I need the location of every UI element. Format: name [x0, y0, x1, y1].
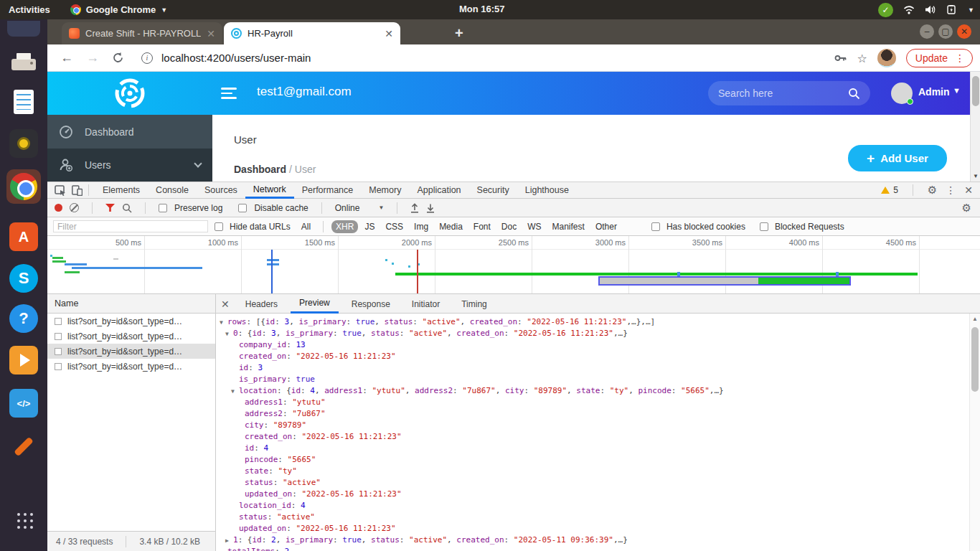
update-button[interactable]: Update ⋮ — [906, 49, 973, 67]
filter-type-img[interactable]: Img — [410, 220, 433, 233]
browser-menu-icon[interactable]: ⋮ — [955, 52, 965, 64]
activities-button[interactable]: Activities — [9, 4, 50, 15]
preview-scrollbar[interactable]: ▲ — [969, 314, 980, 551]
overview-selection-bar[interactable] — [598, 276, 851, 286]
devtools-menu-icon[interactable]: ⋮ — [946, 184, 956, 196]
blocked-requests-checkbox[interactable] — [760, 222, 768, 231]
network-settings-icon[interactable]: ⚙ — [962, 202, 971, 215]
admin-chevron-icon[interactable]: ▼ — [953, 86, 961, 95]
admin-menu[interactable]: Admin — [918, 86, 950, 98]
volume-icon[interactable] — [925, 5, 937, 14]
camera-app-icon[interactable] — [6, 126, 41, 161]
json-line[interactable]: ▼rows: [{id: 3, is_primary: true, status… — [215, 316, 969, 328]
tab-close-icon[interactable]: ✕ — [385, 28, 393, 39]
clear-network-log-icon[interactable] — [70, 203, 79, 212]
filter-icon[interactable] — [105, 204, 115, 212]
text-editor-icon[interactable] — [6, 85, 41, 119]
devtools-tab-elements[interactable]: Elements — [95, 182, 148, 199]
scrollbar-thumb[interactable] — [972, 76, 979, 106]
has-blocked-cookies-checkbox[interactable] — [651, 222, 660, 231]
wifi-icon[interactable] — [903, 5, 915, 14]
devtools-tab-memory[interactable]: Memory — [361, 182, 409, 199]
devtools-tab-sources[interactable]: Sources — [197, 182, 245, 199]
filter-type-css[interactable]: CSS — [381, 220, 407, 233]
filter-type-manifest[interactable]: Manifest — [548, 220, 589, 233]
devtools-settings-icon[interactable]: ⚙ — [928, 184, 937, 197]
scrollbar-thumb[interactable] — [971, 327, 979, 392]
dock-app-partial-icon[interactable] — [6, 19, 41, 38]
browser-profile-avatar[interactable] — [877, 49, 896, 67]
request-row[interactable]: list?sort_by=id&sort_type=d… — [47, 344, 215, 359]
filter-type-js[interactable]: JS — [360, 220, 379, 233]
devtools-tab-console[interactable]: Console — [148, 182, 197, 199]
devtools-tab-performance[interactable]: Performance — [294, 182, 362, 199]
disclosure-open-icon[interactable]: ▼ — [225, 329, 233, 340]
printer-icon[interactable] — [6, 44, 41, 79]
search-icon[interactable] — [848, 88, 860, 100]
page-scrollbar[interactable]: ▼ — [970, 72, 980, 182]
disclosure-open-icon[interactable]: ▼ — [220, 317, 227, 329]
files-app-icon[interactable] — [6, 343, 41, 377]
json-line[interactable]: ▼0: {id: 3, is_primary: true, status: "a… — [215, 328, 969, 339]
search-network-icon[interactable] — [122, 203, 132, 213]
app-menu[interactable]: Google Chrome ▼ — [70, 4, 167, 15]
devtools-tab-security[interactable]: Security — [469, 182, 517, 199]
record-network-log-icon[interactable] — [55, 204, 62, 212]
filter-type-other[interactable]: Other — [591, 220, 621, 233]
pen-app-icon[interactable] — [6, 429, 41, 463]
back-icon[interactable]: ← — [60, 50, 73, 65]
throttling-dropdown[interactable]: Online ▼ — [335, 203, 385, 213]
new-tab-button[interactable]: + — [455, 25, 463, 42]
console-warnings-badge[interactable]: 5 — [881, 185, 898, 195]
window-maximize-button[interactable]: ▢ — [938, 24, 953, 39]
json-line[interactable]: ▶1: {id: 2, is_primary: true, status: "a… — [215, 534, 969, 546]
json-line[interactable]: ▼location: {id: 4, address1: "ytutu", ad… — [215, 385, 969, 397]
filter-type-media[interactable]: Media — [435, 220, 467, 233]
request-row[interactable]: list?sort_by=id&sort_type=d… — [47, 359, 215, 374]
search-input[interactable] — [718, 88, 848, 99]
devtools-close-icon[interactable]: ✕ — [964, 184, 973, 196]
window-close-button[interactable]: ✕ — [957, 24, 971, 39]
menu-toggle-icon[interactable] — [221, 88, 237, 102]
export-har-icon[interactable] — [426, 203, 435, 213]
detail-tab-headers[interactable]: Headers — [237, 295, 286, 314]
add-user-button[interactable]: + Add User — [848, 145, 947, 171]
filter-type-doc[interactable]: Doc — [497, 220, 521, 233]
network-filter-input[interactable] — [53, 220, 208, 232]
forward-icon[interactable]: → — [86, 50, 99, 65]
disable-cache-checkbox[interactable] — [238, 204, 247, 212]
request-row[interactable]: list?sort_by=id&sort_type=d… — [47, 314, 215, 329]
detail-tab-initiator[interactable]: Initiator — [403, 295, 448, 314]
sidebar-item-dashboard[interactable]: Dashboard — [47, 115, 212, 149]
devtools-tab-network[interactable]: Network — [245, 182, 294, 199]
admin-avatar[interactable] — [891, 83, 913, 104]
password-key-icon[interactable] — [834, 54, 847, 62]
status-check-icon[interactable]: ✓ — [878, 3, 893, 17]
hide-data-urls-checkbox[interactable] — [215, 222, 223, 231]
filter-type-ws[interactable]: WS — [523, 220, 545, 233]
preserve-log-checkbox[interactable] — [159, 204, 167, 212]
filter-type-all[interactable]: All — [297, 220, 315, 233]
show-applications-icon[interactable] — [6, 502, 41, 537]
detail-tab-response[interactable]: Response — [343, 295, 399, 314]
browser-tab-create-shift[interactable]: Create Shift - HR-PAYROLL ✕ — [62, 22, 222, 44]
tab-close-icon[interactable]: ✕ — [207, 28, 215, 39]
reload-icon[interactable] — [112, 52, 124, 64]
request-row[interactable]: list?sort_by=id&sort_type=d… — [47, 329, 215, 344]
scroll-up-icon[interactable]: ▲ — [972, 316, 978, 322]
battery-icon[interactable] — [947, 5, 958, 14]
devtools-tab-application[interactable]: Application — [409, 182, 468, 199]
header-search[interactable] — [708, 81, 870, 105]
devtools-tab-lighthouse[interactable]: Lighthouse — [517, 182, 577, 199]
scroll-down-icon[interactable]: ▼ — [973, 173, 979, 179]
import-har-icon[interactable] — [410, 203, 419, 213]
site-info-icon[interactable]: i — [141, 52, 153, 64]
browser-tab-hr-payroll[interactable]: HR-Payroll ✕ — [224, 22, 400, 44]
network-overview[interactable]: 500 ms1000 ms1500 ms2000 ms2500 ms3000 m… — [47, 236, 980, 294]
sidebar-item-users[interactable]: Users — [47, 149, 212, 182]
chrome-dock-icon[interactable] — [6, 169, 41, 204]
disclosure-open-icon[interactable]: ▼ — [231, 386, 239, 397]
close-detail-icon[interactable]: ✕ — [221, 298, 230, 310]
tray-chevron-icon[interactable]: ▼ — [968, 6, 974, 14]
vscode-icon[interactable]: </> — [6, 386, 41, 420]
